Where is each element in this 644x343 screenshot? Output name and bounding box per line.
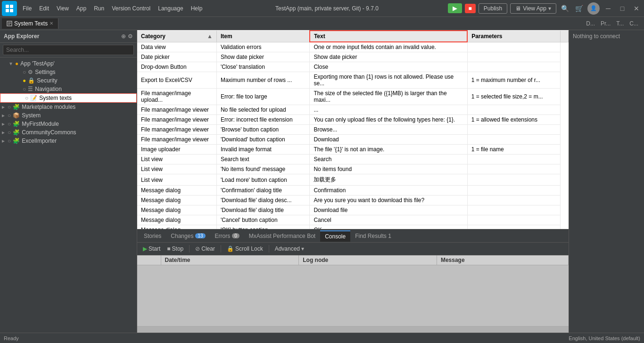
- bottom-tab-mxassist[interactable]: MxAssist Performance Bot: [244, 231, 320, 241]
- sidebar-item-security[interactable]: ▸ ● 🔒 Security: [0, 76, 137, 85]
- sidebar-item-settings[interactable]: ▸ ○ ⚙ Settings: [0, 68, 137, 76]
- table-row[interactable]: Message dialog 'Cancel' button caption C…: [137, 215, 569, 225]
- expand-arrow-marketplace[interactable]: ▸: [2, 104, 8, 110]
- sidebar-item-navigation[interactable]: ▸ ○ ☰ Navigation: [0, 85, 137, 93]
- view-app-button[interactable]: 🖥 View App ▾: [510, 3, 556, 14]
- rpanel-tab-pr[interactable]: Pr...: [601, 20, 611, 27]
- menu-edit[interactable]: Edit: [35, 3, 53, 14]
- cell-text: Are you sure you want to download this f…: [310, 196, 467, 205]
- stop-button-console[interactable]: ■ Stop: [165, 245, 185, 253]
- cell-item: 'Load more' button caption: [216, 174, 310, 186]
- table: Category ▲ Item Text Parameters Data vie…: [137, 30, 569, 229]
- table-row[interactable]: List view 'No items found' message No it…: [137, 164, 569, 174]
- sidebar-label-security: Security: [37, 77, 57, 84]
- sort-arrow-category[interactable]: ▲: [207, 33, 213, 40]
- menu-view[interactable]: View: [53, 3, 73, 14]
- lock-icon-security: 🔒: [28, 77, 35, 84]
- col-header-item[interactable]: Item: [216, 31, 310, 42]
- sidebar-item-myfirstmodule[interactable]: ▸ ○ 🧩 MyFirstModule: [0, 120, 137, 128]
- table-row[interactable]: Export to Excel/CSV Maximum number of ro…: [137, 72, 569, 89]
- table-row[interactable]: File manager/image viewer 'Download' but…: [137, 135, 569, 145]
- expand-arrow-community[interactable]: ▸: [2, 129, 8, 136]
- table-row[interactable]: File manager/image viewer 'Browse' butto…: [137, 125, 569, 135]
- svg-rect-1: [10, 5, 13, 8]
- table-row[interactable]: Message dialog 'OK' button caption OK: [137, 225, 569, 229]
- stop-button[interactable]: ■: [465, 4, 476, 13]
- table-row[interactable]: List view 'Load more' button caption 加载更…: [137, 174, 569, 186]
- workspace: System Texts ✕ D... Pr... T... C... App …: [0, 17, 644, 333]
- table-row[interactable]: Message dialog 'Download file' dialog de…: [137, 196, 569, 205]
- table-row[interactable]: Message dialog 'Confirmation' dialog tit…: [137, 186, 569, 196]
- sidebar-sync-icon[interactable]: ⊕: [121, 33, 126, 40]
- search-icon[interactable]: 🔍: [559, 3, 570, 14]
- table-row[interactable]: Image uploader Invalid image format The …: [137, 145, 569, 155]
- scroll-lock-button[interactable]: 🔒 Scroll Lock: [225, 245, 265, 253]
- advanced-button[interactable]: Advanced ▾: [273, 245, 306, 253]
- table-row[interactable]: File manager/image viewer No file select…: [137, 105, 569, 115]
- expand-arrow-testapp[interactable]: ▾: [9, 60, 15, 67]
- cart-icon[interactable]: 🛒: [573, 3, 585, 14]
- cell-text: You can only upload files of the followi…: [310, 115, 467, 125]
- sidebar-label-myfirst: MyFirstModule: [22, 121, 59, 127]
- table-row[interactable]: List view Search text Search: [137, 155, 569, 164]
- tab-close-icon[interactable]: ✕: [50, 21, 53, 26]
- system-texts-table: Category ▲ Item Text Parameters Data vie…: [137, 30, 569, 229]
- rpanel-tab-d[interactable]: D...: [586, 20, 595, 27]
- gear-icon-settings: ⚙: [28, 69, 33, 75]
- table-row[interactable]: Date picker Show date picker Show date p…: [137, 52, 569, 62]
- rpanel-tab-t[interactable]: T...: [616, 20, 624, 27]
- sidebar-item-communitycommons[interactable]: ▸ ○ 🧩 CommunityCommons: [0, 128, 137, 137]
- table-row[interactable]: Data view Validation errors One or more …: [137, 42, 569, 52]
- cell-params: [467, 205, 560, 215]
- sidebar-settings-icon[interactable]: ⚙: [128, 33, 133, 40]
- cell-text: Exporting more than {1} rows is not allo…: [310, 72, 467, 89]
- menu-help[interactable]: Help: [187, 3, 206, 14]
- maximize-button[interactable]: □: [617, 3, 628, 14]
- sidebar-item-marketplace[interactable]: ▸ ○ 🧩 Marketplace modules: [0, 103, 137, 111]
- expand-arrow-myfirst[interactable]: ▸: [2, 121, 8, 127]
- table-row[interactable]: Drop-down Button 'Close' translation Clo…: [137, 62, 569, 72]
- circle-icon-myfirst: ○: [8, 121, 11, 127]
- col-header-text[interactable]: Text: [310, 31, 467, 42]
- run-button[interactable]: ▶: [448, 3, 462, 13]
- menu-run[interactable]: Run: [90, 3, 108, 14]
- clear-button[interactable]: ⊘ Clear: [193, 245, 217, 253]
- table-row[interactable]: Message dialog 'Download file' dialog ti…: [137, 205, 569, 215]
- cell-category: Drop-down Button: [137, 62, 216, 72]
- col-header-params[interactable]: Parameters: [467, 31, 560, 42]
- sidebar-item-testapp[interactable]: ▾ ● App 'TestApp': [0, 59, 137, 68]
- cell-item: Search text: [216, 155, 310, 164]
- table-row[interactable]: File manager/image viewer Error: incorre…: [137, 115, 569, 125]
- tab-system-texts[interactable]: System Texts ✕: [2, 18, 58, 29]
- bottom-tab-errors[interactable]: Errors 0: [210, 231, 244, 241]
- menu-app[interactable]: App: [73, 3, 90, 14]
- menu-version-control[interactable]: Version Control: [108, 3, 154, 14]
- expand-arrow-excel[interactable]: ▸: [2, 138, 8, 144]
- bottom-tab-findresults[interactable]: Find Results 1: [350, 231, 396, 241]
- menu-file[interactable]: File: [19, 3, 35, 14]
- cell-item: Error: file too large: [216, 89, 310, 105]
- log-col-message: Message: [437, 255, 568, 265]
- expand-arrow-system[interactable]: ▸: [2, 112, 8, 119]
- sidebar-item-system-texts[interactable]: ○ 📝 System texts: [0, 93, 137, 103]
- col-header-category[interactable]: Category ▲: [137, 31, 216, 42]
- sidebar-label-community: CommunityCommons: [22, 129, 76, 136]
- user-avatar[interactable]: 👤: [587, 2, 600, 15]
- rpanel-tab-c[interactable]: C...: [629, 20, 638, 27]
- cell-item: 'Download' button caption: [216, 135, 310, 145]
- close-button[interactable]: ✕: [631, 3, 642, 14]
- sidebar-item-excelimporter[interactable]: ▸ ○ 🧩 ExcelImporter: [0, 137, 137, 145]
- bottom-tab-stories[interactable]: Stories: [139, 231, 166, 241]
- bottom-tab-console[interactable]: Console: [320, 230, 350, 242]
- marketplace-icon: 🧩: [13, 104, 20, 110]
- sidebar-item-system[interactable]: ▸ ○ 📦 System: [0, 111, 137, 120]
- publish-button[interactable]: Publish: [479, 3, 507, 14]
- table-row[interactable]: File manager/image upload... Error: file…: [137, 89, 569, 105]
- menu-language[interactable]: Language: [154, 3, 187, 14]
- log-col-lognode: Log node: [299, 255, 437, 265]
- minimize-button[interactable]: ─: [603, 3, 614, 14]
- cell-params: 1 = maximum number of r...: [467, 72, 560, 89]
- start-button[interactable]: ▶ Start: [141, 245, 162, 253]
- search-input[interactable]: [3, 45, 134, 55]
- bottom-tab-changes[interactable]: Changes 13: [166, 231, 210, 241]
